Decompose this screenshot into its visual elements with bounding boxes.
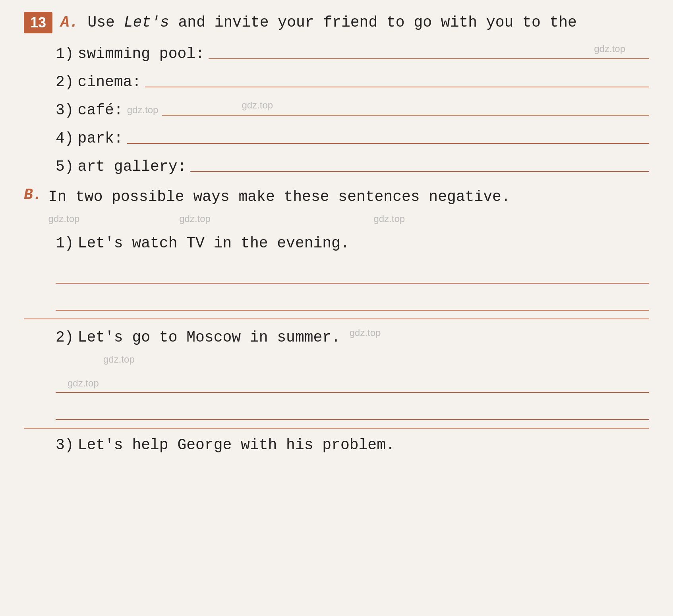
item-label-art-gallery: art gallery: [78, 158, 187, 175]
watermark-b1: gdz.top [48, 213, 80, 224]
instruction-text-rest: and invite your friend to go with you to… [178, 14, 577, 31]
item-number-4: 4) [56, 130, 74, 147]
list-item: 4) park: [56, 130, 649, 147]
sentence-1-content: Let's watch TV in the evening. [78, 235, 350, 252]
answer-row-2b[interactable] [56, 396, 649, 420]
sentence-2-content: Let's go to Moscow in summer. gdz.top [78, 327, 381, 346]
sentence-block-3: 3) Let's help George with his problem. [56, 436, 649, 454]
watermark-cafe-mid: gdz.top [242, 100, 273, 111]
section-b-label: B. [24, 186, 42, 203]
answer-row-1b[interactable] [56, 287, 649, 311]
answer-line-3[interactable]: gdz.top [162, 115, 649, 116]
item-number-5: 5) [56, 158, 74, 175]
item-label-cinema: cinema: [78, 73, 141, 91]
lets-italic: Let's [124, 14, 169, 31]
item-number-2: 2) [56, 73, 74, 91]
sentence-number-1: 1) [56, 235, 74, 252]
watermark-cafe-left: gdz.top [127, 104, 159, 116]
sentence-block-2: 2) Let's go to Moscow in summer. gdz.top… [56, 327, 649, 420]
sentence-3-content: Let's help George with his problem. [78, 436, 395, 454]
item-label-park: park: [78, 130, 123, 147]
list-item: 5) art gallery: [56, 158, 649, 175]
answer-line-2[interactable] [145, 87, 649, 87]
section-a-label: A. [60, 14, 79, 31]
sentence-text-2: 2) Let's go to Moscow in summer. gdz.top [56, 327, 649, 346]
sentence-number-3: 3) [56, 436, 74, 454]
item-number-1: 1) [56, 45, 74, 62]
answer-row-2a[interactable]: gdz.top [56, 369, 649, 393]
page-content: 13 A. Use Let's and invite your friend t… [24, 12, 649, 454]
task-header: 13 A. Use Let's and invite your friend t… [24, 12, 649, 33]
section-b-header: B. In two possible ways make these sente… [24, 186, 649, 228]
watermark-1: gdz.top [594, 43, 625, 54]
instruction-text-use: Use [87, 14, 124, 31]
sentence-text-1: 1) Let's watch TV in the evening. [56, 235, 649, 252]
answer-line-5[interactable] [190, 171, 649, 172]
item-number-3: 3) [56, 102, 74, 119]
divider-1 [24, 319, 649, 319]
watermark-sentence2-sub: gdz.top [103, 354, 135, 365]
divider-2 [24, 428, 649, 429]
list-item: 2) cinema: [56, 73, 649, 91]
answer-line-1[interactable]: gdz.top [209, 58, 649, 59]
list-item: 3) café: gdz.top gdz.top [56, 102, 649, 119]
section-a-items: 1) swimming pool: gdz.top 2) cinema: 3) … [56, 45, 649, 175]
answer-area-2: gdz.top [56, 369, 649, 420]
sentence-text-3: 3) Let's help George with his problem. [56, 436, 649, 454]
section-b-instruction: In two possible ways make these sentence… [48, 186, 511, 228]
item-label-swimming-pool: swimming pool: [78, 45, 205, 62]
sentence-block-1: 1) Let's watch TV in the evening. [56, 235, 649, 311]
answer-row-1a[interactable] [56, 260, 649, 284]
watermark-b2: gdz.top [179, 213, 211, 224]
answer-line-4[interactable] [127, 143, 649, 144]
watermark-summer-sup: gdz.top [350, 327, 381, 338]
watermark-b3: gdz.top [373, 213, 405, 224]
answer-area-1 [56, 260, 649, 311]
watermark-row2a: gdz.top [68, 378, 99, 389]
sentence-number-2: 2) [56, 329, 74, 346]
section-b: B. In two possible ways make these sente… [24, 186, 649, 454]
item-label-cafe: café: [78, 102, 123, 119]
task-instruction-a: A. Use Let's and invite your friend to g… [60, 12, 577, 33]
task-number: 13 [24, 12, 52, 33]
list-item: 1) swimming pool: gdz.top [56, 45, 649, 62]
